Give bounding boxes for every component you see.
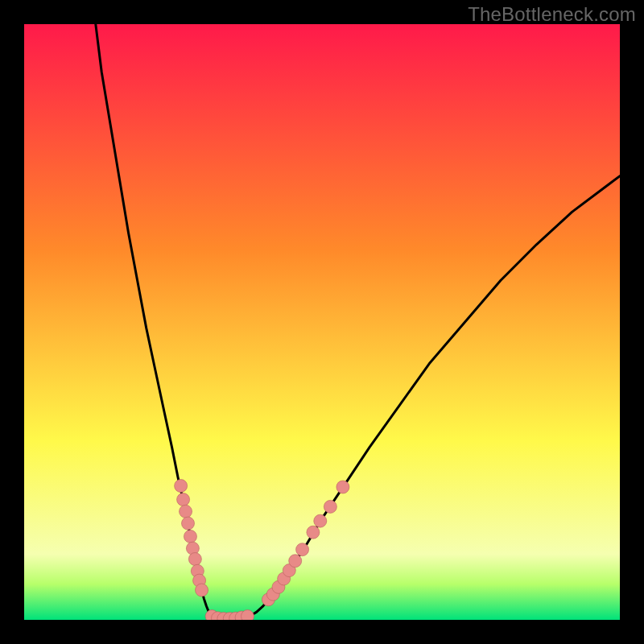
data-dot xyxy=(175,480,188,493)
data-dot xyxy=(184,530,196,543)
chart-svg xyxy=(24,24,620,620)
gradient-background xyxy=(24,24,620,620)
chart-frame: TheBottleneck.com xyxy=(0,0,644,644)
data-dot xyxy=(324,500,336,513)
data-dot xyxy=(314,514,327,527)
data-dot xyxy=(188,553,201,566)
data-dot xyxy=(336,481,349,493)
data-dot xyxy=(177,493,190,506)
data-dot xyxy=(180,505,192,518)
data-dot xyxy=(289,555,302,568)
watermark-text: TheBottleneck.com xyxy=(468,3,636,26)
data-dot xyxy=(182,517,195,530)
data-dot xyxy=(296,543,309,556)
data-dot xyxy=(196,584,208,597)
plot-area xyxy=(24,24,620,620)
data-dot xyxy=(307,526,320,539)
